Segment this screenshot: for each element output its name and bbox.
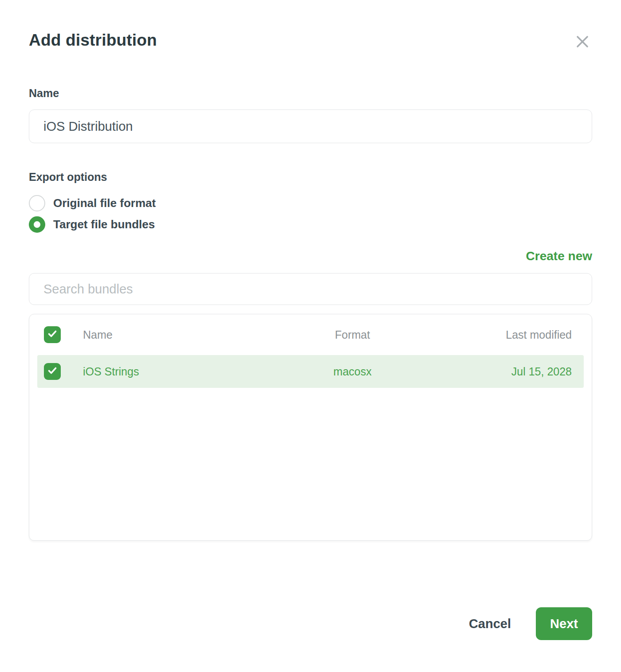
column-header-last-modified: Last modified	[427, 328, 577, 341]
column-header-name: Name	[83, 328, 278, 341]
row-checkbox[interactable]	[44, 363, 61, 380]
bundle-format-cell: macosx	[278, 365, 428, 378]
close-icon	[574, 44, 590, 51]
table-header-row: Name Format Last modified	[29, 314, 592, 355]
select-all-checkbox[interactable]	[44, 326, 61, 343]
table-row[interactable]: iOS Strings macosx Jul 15, 2028	[37, 355, 584, 388]
search-bundles-input[interactable]	[29, 273, 592, 305]
bundle-last-modified-cell: Jul 15, 2028	[427, 365, 577, 378]
dialog-footer: Cancel Next	[29, 607, 592, 640]
export-options-radio-group: Original file format Target file bundles	[29, 194, 592, 233]
create-new-row: Create new	[29, 249, 592, 263]
add-distribution-dialog: Add distribution Name Export options Ori…	[0, 0, 621, 672]
radio-label-target-file-bundles: Target file bundles	[53, 218, 155, 231]
radio-original-file-format[interactable]: Original file format	[29, 194, 592, 212]
next-button[interactable]: Next	[536, 607, 592, 640]
row-checkbox-cell	[44, 363, 83, 380]
checkmark-icon	[47, 365, 58, 378]
radio-target-file-bundles[interactable]: Target file bundles	[29, 215, 592, 233]
close-button[interactable]	[573, 32, 592, 51]
bundle-name-cell: iOS Strings	[83, 365, 278, 378]
page-title: Add distribution	[29, 31, 157, 50]
table-body: iOS Strings macosx Jul 15, 2028	[29, 355, 592, 388]
bundles-table: Name Format Last modified iOS Strings ma…	[29, 314, 592, 541]
cancel-button[interactable]: Cancel	[469, 617, 511, 631]
column-header-format: Format	[278, 328, 428, 341]
export-options-label: Export options	[29, 171, 592, 184]
radio-label-original-file-format: Original file format	[53, 196, 156, 210]
checkmark-icon	[47, 328, 58, 341]
distribution-name-input[interactable]	[29, 109, 592, 143]
name-field-label: Name	[29, 87, 592, 100]
radio-icon-original-file-format[interactable]	[29, 195, 45, 211]
create-new-link[interactable]: Create new	[526, 249, 592, 263]
dialog-header: Add distribution	[29, 31, 592, 51]
header-checkbox-cell	[44, 326, 83, 343]
radio-icon-target-file-bundles[interactable]	[29, 216, 45, 233]
